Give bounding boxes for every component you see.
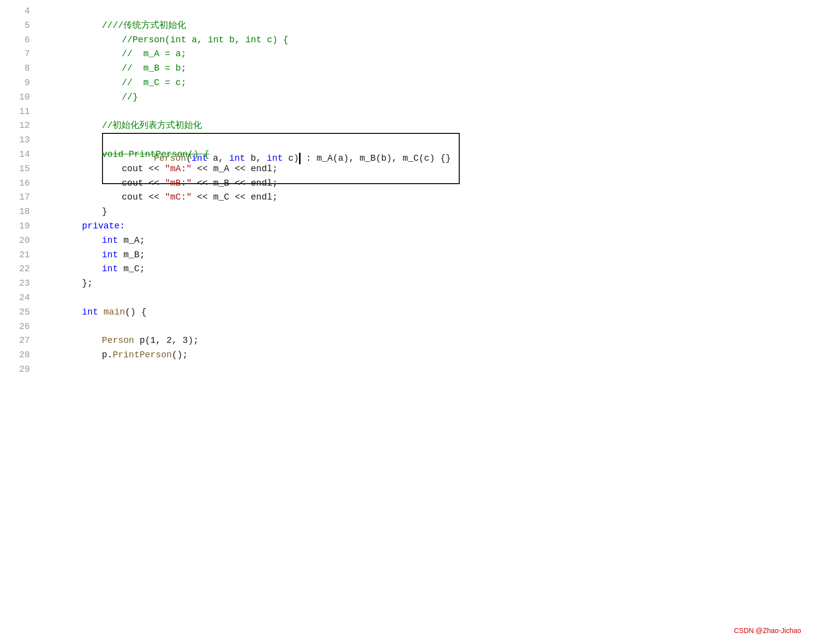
- line-numbers: 4 5 6 7 8 9 10 11 12 13 14 15 16 17 18 1…: [0, 0, 40, 644]
- code-line-23: [50, 276, 813, 291]
- ln-18: 18: [0, 205, 30, 219]
- code-line-8: // m_C = c;: [50, 61, 813, 76]
- code-line-9: //}: [50, 76, 813, 90]
- ln-7: 7: [0, 47, 30, 61]
- code-line-20: int m_B;: [50, 233, 813, 248]
- code-line-17: }: [50, 190, 813, 205]
- ln-27: 27: [0, 333, 30, 348]
- ln-23: 23: [0, 276, 30, 291]
- ln-15: 15: [0, 162, 30, 176]
- code-line-16: cout << "mC:" << m_C << endl;: [50, 176, 813, 191]
- ln-8: 8: [0, 61, 30, 76]
- code-editor: 4 5 6 7 8 9 10 11 12 13 14 15 16 17 18 1…: [0, 0, 813, 644]
- ln-22: 22: [0, 262, 30, 276]
- code-line-6: // m_A = a;: [50, 33, 813, 47]
- code-line-26: Person p(1, 2, 3);: [50, 320, 813, 334]
- code-line-25: [50, 305, 813, 320]
- code-line-14: cout << "mA:" << m_A << endl;: [50, 147, 813, 162]
- code-line-27: p.PrintPerson();: [50, 333, 813, 348]
- code-line-10: [50, 90, 813, 105]
- code-line-13: void PrintPerson() {: [50, 133, 813, 147]
- ln-11: 11: [0, 105, 30, 119]
- ln-6: 6: [0, 33, 30, 47]
- ln-19: 19: [0, 219, 30, 233]
- code-line-11: //初始化列表方式初始化: [50, 105, 813, 119]
- ln-28: 28: [0, 348, 30, 362]
- ln-14: 14: [0, 147, 30, 162]
- code-line-12: Person(int a, int b, int c) : m_A(a), m_…: [50, 118, 813, 133]
- ln-17: 17: [0, 190, 30, 205]
- watermark: CSDN @Zhao-Jichao: [734, 625, 801, 636]
- ln-20: 20: [0, 233, 30, 248]
- ln-26: 26: [0, 320, 30, 334]
- code-line-19: int m_A;: [50, 219, 813, 233]
- ln-10: 10: [0, 90, 30, 105]
- ln-5: 5: [0, 18, 30, 33]
- code-line-7: // m_B = b;: [50, 47, 813, 61]
- ln-21: 21: [0, 248, 30, 262]
- code-line-15: cout << "mB:" << m_B << endl;: [50, 162, 813, 176]
- code-line-21: int m_C;: [50, 248, 813, 262]
- code-line-4: ////传统方式初始化: [50, 4, 813, 18]
- code-line-28: [50, 348, 813, 362]
- ln-29: 29: [0, 362, 30, 377]
- code-line-29: [50, 362, 813, 377]
- ln-25: 25: [0, 305, 30, 320]
- code-line-22: };: [50, 262, 813, 276]
- ln-13: 13: [0, 133, 30, 147]
- ln-4: 4: [0, 4, 30, 18]
- ln-9: 9: [0, 76, 30, 90]
- code-content[interactable]: ////传统方式初始化 //Person(int a, int b, int c…: [40, 0, 813, 644]
- ln-24: 24: [0, 291, 30, 305]
- code-line-18: private:: [50, 205, 813, 219]
- ln-16: 16: [0, 176, 30, 191]
- code-line-24: int main() {: [50, 291, 813, 305]
- code-line-5: //Person(int a, int b, int c) {: [50, 18, 813, 33]
- ln-12: 12: [0, 118, 30, 133]
